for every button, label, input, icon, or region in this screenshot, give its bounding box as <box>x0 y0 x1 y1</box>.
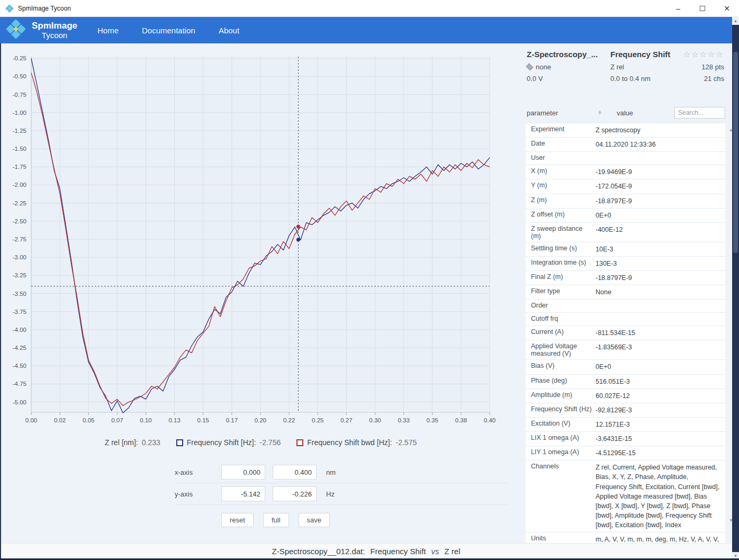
parameter-label: Final Z (m) <box>526 271 596 283</box>
y-tick-label: -4.50 <box>13 363 26 369</box>
spectroscopy-chart[interactable]: 0.000.020.050.070.100.130.150.170.200.22… <box>0 43 521 435</box>
parameter-value: -92.8129E-3 <box>596 403 725 417</box>
parameter-label: User <box>526 152 596 164</box>
bwd-series-toggle-icon[interactable] <box>296 439 303 446</box>
y-tick-label: -3.25 <box>13 272 26 278</box>
parameter-row: ExperimentZ spectroscopy <box>526 123 725 138</box>
status-x-channel: Z rel <box>445 547 461 556</box>
parameter-value: -811.534E-15 <box>596 326 725 340</box>
parameter-value: 0E+0 <box>596 209 725 222</box>
x-tick-label: 0.00 <box>25 417 37 423</box>
y-min-input[interactable] <box>221 486 265 501</box>
y-tick-label: -1.50 <box>13 146 26 152</box>
parameter-value: Z rel, Current, Applied Voltage measured… <box>596 460 725 532</box>
x-axis-row: x-axis nm <box>175 462 508 483</box>
y-max-input[interactable] <box>273 486 317 501</box>
x-tick-label: 0.15 <box>197 417 209 423</box>
parameter-column-header[interactable]: parameter <box>527 109 585 117</box>
parameter-row: X (m)-19.9469E-9 <box>526 165 725 179</box>
x-tick-label: 0.22 <box>283 417 295 423</box>
parameter-row: Amplitude (m)60.027E-12 <box>526 389 725 403</box>
x-tick-label: 0.40 <box>484 417 495 423</box>
minimize-button[interactable]: – <box>666 0 690 16</box>
brand-name: SpmImage <box>32 21 77 31</box>
save-button[interactable]: save <box>299 513 330 527</box>
maximize-button[interactable]: ☐ <box>690 0 715 16</box>
parameter-label: Units <box>526 532 596 544</box>
sort-icon[interactable]: ▲▼ <box>598 111 602 115</box>
window-scrollbar[interactable]: ▲ ▼ <box>732 17 739 560</box>
legend-zrel-label: Z rel [nm]: <box>105 438 138 447</box>
parameter-row: Y (m)-172.054E-9 <box>526 179 725 194</box>
parameter-value: 130E-3 <box>596 257 725 270</box>
brand: SpmImage Tycoon <box>5 19 77 42</box>
parameter-value: -172.054E-9 <box>596 179 725 193</box>
reset-button[interactable]: reset <box>221 513 254 527</box>
star-icon[interactable]: ☆ <box>708 50 716 59</box>
search-input[interactable] <box>674 107 725 119</box>
panel-header: Z-Spectroscopy_... Frequency Shift ☆☆☆☆☆… <box>526 49 725 83</box>
legend-zrel-value: 0.233 <box>142 438 160 447</box>
parameter-row: Integration time (s)130E-3 <box>526 257 725 271</box>
parameter-label: Channels <box>526 460 596 472</box>
parameter-row: Current (A)-811.534E-15 <box>526 326 725 340</box>
scroll-up-icon[interactable]: ▲ <box>732 17 739 25</box>
window-frame-left <box>0 43 1 558</box>
x-max-input[interactable] <box>273 465 317 480</box>
channels-count: 21 chs <box>683 75 724 83</box>
parameter-label: Experiment <box>526 123 596 135</box>
star-icon[interactable]: ☆ <box>691 50 699 59</box>
parameter-label: LIY 1 omega (A) <box>526 446 596 458</box>
nav-links: Home Documentation About <box>97 26 239 35</box>
parameter-row: Order <box>526 300 725 313</box>
status-vs: vs <box>431 547 439 556</box>
y-axis-label: y-axis <box>175 490 221 498</box>
parameter-row: User <box>526 152 725 165</box>
nav-link-documentation[interactable]: Documentation <box>142 26 195 35</box>
scrollbar-thumb[interactable] <box>733 52 738 253</box>
parameter-row: Final Z (m)-18.8797E-9 <box>526 271 725 285</box>
y-tick-label: -5.00 <box>13 399 26 405</box>
full-button[interactable]: full <box>263 513 289 527</box>
sweep-range: 0.0 to 0.4 nm <box>610 75 683 83</box>
star-icon[interactable]: ☆ <box>683 50 691 59</box>
y-tick-label: -2.00 <box>13 182 26 188</box>
y-tick-label: -4.25 <box>13 345 26 351</box>
close-button[interactable]: ✕ <box>715 0 739 16</box>
parameter-label: Excitation (V) <box>526 418 596 429</box>
parameter-row: Bias (V)0E+0 <box>526 360 725 374</box>
x-tick-label: 0.02 <box>54 417 66 423</box>
brand-subname: Tycoon <box>32 31 77 40</box>
bwd-cursor-marker <box>296 225 300 229</box>
parameter-row: Phase (deg)516.051E-3 <box>526 375 725 389</box>
status-channel: Frequency Shift <box>370 547 426 556</box>
rating-stars[interactable]: ☆☆☆☆☆ <box>683 50 724 59</box>
star-icon[interactable]: ☆ <box>700 50 708 59</box>
parameter-value: -19.9469E-9 <box>596 165 725 179</box>
parameter-value: -400E-12 <box>596 223 725 237</box>
channel-name: Frequency Shift <box>610 50 683 59</box>
parameter-value: 12.1571E-3 <box>596 418 725 431</box>
parameter-value: Z spectroscopy <box>596 123 725 137</box>
titlebar: SpmImage Tycoon – ☐ ✕ <box>0 0 739 17</box>
nav-link-home[interactable]: Home <box>97 26 119 35</box>
y-tick-label: -1.75 <box>13 164 26 170</box>
nav-link-about[interactable]: About <box>219 26 239 35</box>
fwd-series-toggle-icon[interactable] <box>176 439 183 446</box>
star-icon[interactable]: ☆ <box>716 50 724 59</box>
parameter-value: 0E+0 <box>596 360 725 374</box>
background-item: none <box>527 63 610 71</box>
parameter-label: Applied Voltage measured (V) <box>526 340 596 359</box>
axis-controls: x-axis nm y-axis Hz reset full save <box>175 462 508 527</box>
bias-value: 0.0 V <box>527 75 610 83</box>
chart-legend: Z rel [nm]: 0.233 Frequency Shift [Hz]: … <box>0 438 521 447</box>
points-count: 128 pts <box>683 63 724 71</box>
parameter-value: 516.051E-3 <box>596 375 725 389</box>
status-bar: Z-Spectroscopy__012.dat: Frequency Shift… <box>0 543 732 558</box>
parameter-row: Filter typeNone <box>526 285 725 300</box>
parameter-value <box>596 152 725 156</box>
x-min-input[interactable] <box>221 465 265 480</box>
legend-bwd-value: -2.575 <box>396 438 417 447</box>
y-tick-label: -0.50 <box>13 73 26 79</box>
x-tick-label: 0.38 <box>455 417 467 423</box>
